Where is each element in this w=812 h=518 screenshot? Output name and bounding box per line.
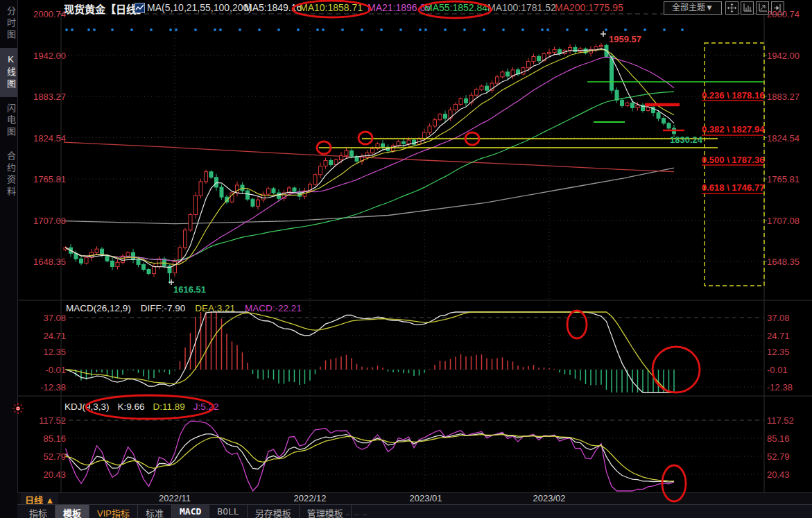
- ma-value-5: MA200:1775.95: [555, 2, 623, 13]
- time-axis-label: 2022/11: [159, 493, 191, 503]
- peak-price-tag: 1959.57: [609, 34, 641, 44]
- time-axis-label: 2023/02: [533, 493, 566, 503]
- price-axis-label: 1648.35: [23, 257, 66, 267]
- price-axis-label: 1648.35: [767, 257, 810, 267]
- price-axis-label: 2000.74: [23, 9, 66, 19]
- kdj-j-value: J:5.22: [193, 402, 219, 412]
- kdj-legend: KDJ(9,3,3) K:9.66 D:11.89 J:5.22: [64, 402, 219, 412]
- kdj-title: KDJ(9,3,3): [64, 402, 110, 412]
- bottom-tab-5[interactable]: BOLL: [209, 505, 247, 518]
- macd-diff-value: DIFF:-7.90: [141, 303, 186, 313]
- kdj-axis-label: 85.16: [767, 433, 810, 444]
- macd-axis-label: 12.35: [767, 347, 810, 357]
- macd-axis-label: 12.35: [23, 347, 66, 357]
- fibonacci-level-label: 0.500 \ 1787.36: [702, 155, 764, 165]
- kdj-axis-label: 52.79: [23, 451, 66, 462]
- price-axis-label: 1883.27: [767, 92, 810, 102]
- kdj-axis-label: 20.43: [767, 469, 810, 480]
- macd-axis-label: -12.38: [23, 382, 66, 392]
- fibonacci-level-label: 0.618 \ 1746.77: [702, 182, 764, 193]
- price-axis-label: 1824.54: [767, 133, 810, 144]
- ma-value-1: MA10:1858.71: [300, 2, 363, 13]
- price-axis-label: 2000.74: [767, 9, 810, 19]
- bottom-tab-4[interactable]: MACD: [172, 505, 209, 518]
- last-price-tag: 1830.24: [670, 135, 702, 145]
- ma-value-2: MA21:1896.65: [368, 2, 431, 13]
- macd-dea-value: DEA:3.21: [195, 303, 235, 313]
- bottom-tab-bar: 指标模板VIP指标标准MACDBOLL另存模板管理模板: [17, 504, 812, 518]
- low-price-tag: 1616.51: [173, 284, 206, 295]
- pan-icon[interactable]: [725, 1, 738, 15]
- kdj-axis-label: 117.52: [767, 415, 810, 426]
- chart-canvas[interactable]: [0, 0, 812, 518]
- bottom-tab-1[interactable]: 模板: [55, 505, 89, 518]
- sidebar-tab-3[interactable]: 合约资料: [0, 145, 17, 205]
- kdj-k-value: K:9.66: [118, 402, 145, 412]
- macd-macd-value: MACD:-22.21: [245, 303, 302, 313]
- indicator-chart-icon[interactable]: [135, 3, 145, 13]
- bottom-tab-2[interactable]: VIP指标: [89, 505, 138, 518]
- bottom-tab-6[interactable]: 另存模板: [248, 505, 300, 518]
- sidebar-tab-1[interactable]: K线图: [0, 48, 17, 97]
- macd-axis-label: 37.08: [767, 313, 810, 323]
- chart-type-sidebar: 分时图K线图闪电图合约资料: [0, 0, 18, 518]
- macd-axis-label: -12.38: [767, 382, 810, 392]
- price-axis-label: 1942.00: [23, 51, 66, 61]
- indicator-settings-sun-icon[interactable]: [12, 402, 24, 415]
- ma-value-3: MA55:1852.84: [424, 2, 487, 13]
- kdj-axis-label: 52.79: [767, 451, 810, 462]
- bottom-tab-0[interactable]: 指标: [21, 505, 55, 518]
- macd-legend: MACD(26,12,9) DIFF:-7.90 DEA:3.21 MACD:-…: [66, 303, 302, 313]
- sidebar-tab-2[interactable]: 闪电图: [0, 97, 17, 145]
- trading-app-window: 分时图K线图闪电图合约资料 现货黄金【日线】 MA(5,10,21,55,100…: [0, 0, 812, 518]
- ma-parameters-label: MA(5,10,21,55,100,200): [147, 2, 252, 13]
- time-axis-label: 2022/12: [294, 493, 327, 503]
- price-axis-label: 1824.54: [23, 133, 66, 144]
- fibonacci-level-label: 0.382 \ 1827.94: [702, 124, 764, 135]
- axis-scale-icon[interactable]: [741, 1, 754, 15]
- time-axis-label: 2023/01: [410, 493, 442, 503]
- macd-title: MACD(26,12,9): [66, 303, 131, 313]
- macd-axis-label: 24.71: [767, 331, 810, 341]
- price-axis-label: 1765.81: [23, 174, 66, 184]
- kdj-axis-label: 117.52: [23, 415, 66, 426]
- ma-value-4: MA100:1781.52: [487, 2, 556, 13]
- fibonacci-level-label: 0.236 \ 1878.16: [702, 90, 764, 101]
- macd-axis-label: -0.01: [23, 365, 66, 375]
- macd-axis-label: -0.01: [767, 365, 810, 375]
- sidebar-tab-0[interactable]: 分时图: [0, 0, 17, 48]
- ma-value-0: MA5:1849.16: [244, 2, 302, 13]
- kdj-axis-label: 20.43: [23, 469, 66, 480]
- kdj-d-value: D:11.89: [153, 402, 185, 412]
- macd-axis-label: 37.08: [23, 313, 66, 323]
- price-axis-label: 1707.08: [23, 216, 66, 226]
- price-axis-label: 1942.00: [767, 51, 810, 61]
- kdj-axis-label: 85.16: [23, 433, 66, 444]
- price-axis-label: 1765.81: [767, 174, 810, 184]
- bottom-tab-3[interactable]: 标准: [138, 505, 172, 518]
- theme-dropdown-button[interactable]: 全部主题▼: [664, 1, 722, 15]
- stray-dashes: – – – – – –: [320, 510, 368, 518]
- price-axis-label: 1707.08: [767, 216, 810, 226]
- price-axis-label: 1883.27: [23, 92, 66, 102]
- macd-axis-label: 24.71: [23, 331, 66, 341]
